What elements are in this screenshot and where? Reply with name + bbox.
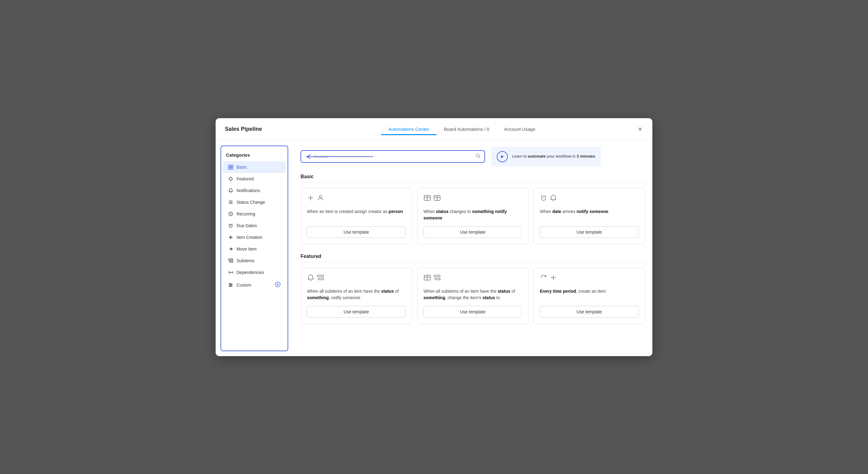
- card-2-description: When status changes to something notify …: [424, 208, 522, 221]
- automation-card-2: When status changes to something notify …: [417, 188, 529, 244]
- tab-automations-center[interactable]: Automations Center: [381, 124, 437, 135]
- alarm-icon: [228, 223, 234, 228]
- card-6-icons: [540, 274, 639, 283]
- subitems2-icon: [317, 274, 324, 283]
- svg-rect-2: [228, 168, 230, 169]
- sidebar-item-notifications-label: Notifications: [237, 188, 281, 193]
- sidebar-item-move-item[interactable]: Move Item: [223, 243, 286, 255]
- sidebar-item-featured-label: Featured: [237, 176, 281, 181]
- featured-cards-grid: When all subitems of an item have the st…: [301, 267, 645, 324]
- svg-rect-35: [317, 275, 323, 277]
- modal-body: Categories Basic: [216, 141, 652, 356]
- sidebar-item-item-creation[interactable]: Item Creation: [223, 232, 286, 243]
- card-2-icons: [424, 194, 522, 203]
- featured-section: Featured: [301, 254, 645, 324]
- dependency-icon: [228, 270, 234, 275]
- subitems-icon: [228, 258, 234, 264]
- use-template-button-3[interactable]: Use template: [540, 226, 639, 238]
- search-video-row: Learn to automate your workflow in 3 min…: [301, 147, 645, 167]
- sidebar-item-move-item-label: Move Item: [237, 246, 281, 251]
- svg-marker-24: [501, 155, 504, 158]
- search-container: [301, 150, 485, 163]
- sidebar-title: Categories: [221, 152, 287, 161]
- plus-icon: [228, 235, 234, 240]
- alarm2-icon: [540, 194, 547, 203]
- tab-account-usage[interactable]: Account Usage: [497, 124, 543, 135]
- tab-board-automations[interactable]: Board Automations / 0: [436, 124, 497, 135]
- basic-section: Basic: [301, 174, 645, 244]
- bell-icon: [228, 188, 234, 193]
- automation-card-1: When an item is created assign creator a…: [301, 188, 412, 244]
- subitems3-icon: [433, 274, 441, 283]
- sidebar-item-dependencies-label: Dependencies: [237, 270, 281, 275]
- svg-rect-3: [231, 168, 233, 169]
- sidebar-item-notifications[interactable]: Notifications: [223, 185, 286, 196]
- person-icon: [317, 194, 324, 203]
- sidebar-item-basic-label: Basic: [237, 165, 281, 170]
- list-icon: [228, 200, 234, 205]
- svg-rect-0: [228, 165, 230, 167]
- featured-section-title: Featured: [301, 254, 645, 263]
- grid-icon: [228, 165, 234, 170]
- card-3-description: When date arrives notify someone: [540, 208, 639, 221]
- search-input[interactable]: [301, 150, 485, 163]
- modal-header: Sales Pipeline Automations Center Board …: [216, 118, 652, 141]
- card-3-icons: [540, 194, 639, 203]
- sidebar-item-custom-label: Custom: [237, 283, 272, 288]
- basic-section-title: Basic: [301, 174, 645, 183]
- main-content: Learn to automate your workflow in 3 min…: [293, 141, 652, 356]
- svg-rect-11: [228, 259, 233, 260]
- svg-point-17: [231, 285, 232, 286]
- arrow-right-icon: [228, 246, 234, 252]
- card-5-icons: [424, 274, 522, 283]
- sidebar-item-subitems[interactable]: Subitems: [223, 255, 286, 267]
- use-template-button-6[interactable]: Use template: [540, 306, 639, 318]
- sidebar-item-custom[interactable]: Custom: [223, 278, 286, 292]
- automation-card-3: When date arrives notify someone Use tem…: [533, 188, 645, 244]
- svg-rect-36: [318, 278, 323, 280]
- play-button[interactable]: [497, 151, 508, 162]
- table-icon: [424, 194, 431, 203]
- svg-line-23: [479, 157, 480, 158]
- diamond-icon: [228, 176, 234, 182]
- video-card: Learn to automate your workflow in 3 min…: [491, 147, 601, 167]
- clock-icon: [228, 211, 234, 217]
- close-button[interactable]: ×: [635, 124, 645, 134]
- use-template-button-4[interactable]: Use template: [307, 306, 406, 318]
- svg-point-16: [229, 284, 230, 285]
- sidebar-item-status-change[interactable]: Status Change: [223, 196, 286, 208]
- sliders-icon: [228, 282, 234, 288]
- plus2-icon: [550, 274, 557, 283]
- table2-icon: [433, 194, 441, 203]
- use-template-button-1[interactable]: Use template: [307, 226, 406, 238]
- automation-card-5: When all subitems of an item have the st…: [417, 267, 529, 324]
- modal-title: Sales Pipeline: [225, 126, 262, 132]
- add-custom-icon[interactable]: [275, 281, 281, 289]
- sidebar-item-recurring-label: Recurring: [237, 211, 281, 216]
- svg-rect-41: [435, 278, 440, 280]
- sidebar-item-item-creation-label: Item Creation: [237, 235, 281, 240]
- sidebar-item-subitems-label: Subitems: [237, 258, 281, 263]
- svg-rect-12: [229, 261, 233, 262]
- svg-point-27: [319, 196, 322, 198]
- modal-container: Sales Pipeline Automations Center Board …: [216, 118, 652, 356]
- card-4-description: When all subitems of an item have the st…: [307, 288, 406, 301]
- sidebar-item-featured[interactable]: Featured: [223, 173, 286, 185]
- bell3-icon: [307, 274, 314, 283]
- sidebar-item-dependencies[interactable]: Dependencies: [223, 267, 286, 278]
- use-template-button-5[interactable]: Use template: [424, 306, 522, 318]
- refresh-icon: [540, 274, 547, 283]
- sidebar: Categories Basic: [220, 146, 288, 351]
- svg-rect-40: [434, 275, 440, 277]
- card-1-description: When an item is created assign creator a…: [307, 208, 406, 221]
- header-tabs: Automations Center Board Automations / 0…: [280, 124, 643, 135]
- use-template-button-2[interactable]: Use template: [424, 226, 522, 238]
- card-4-icons: [307, 274, 406, 283]
- sidebar-item-due-dates[interactable]: Due Dates: [223, 220, 286, 232]
- sidebar-item-basic[interactable]: Basic: [223, 161, 286, 173]
- card-6-description: Every time period, create an item: [540, 288, 639, 301]
- basic-cards-grid: When an item is created assign creator a…: [301, 188, 645, 244]
- sidebar-item-recurring[interactable]: Recurring: [223, 208, 286, 220]
- table3-icon: [424, 274, 431, 283]
- bell2-icon: [550, 194, 557, 203]
